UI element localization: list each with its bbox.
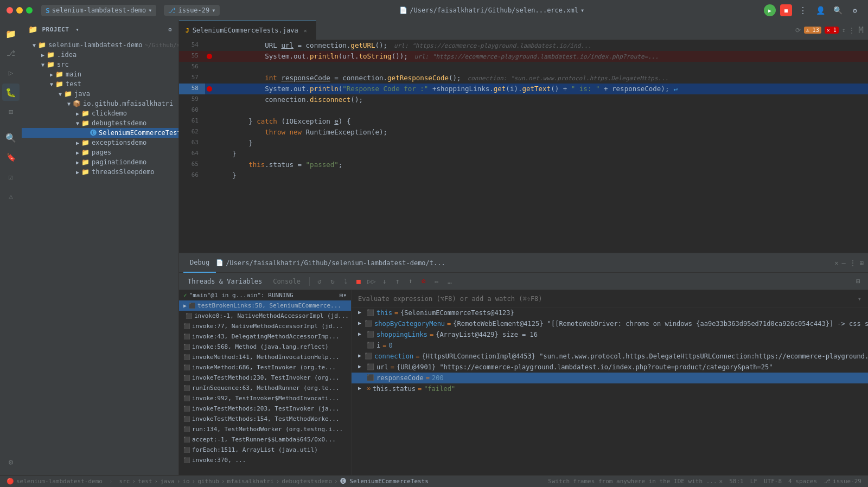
eval-input[interactable] [358, 295, 853, 303]
tree-item-io-github[interactable]: ▼ 📦 io.github.mfaisalkhatri [22, 99, 178, 108]
var-thisstatus[interactable]: ▶ ∞ this.status = "failed" [352, 383, 868, 394]
tree-item-src[interactable]: ▼ 📁 src [22, 60, 178, 69]
step-over-btn[interactable]: ⤵ [340, 276, 351, 287]
thread-frame-0[interactable]: ▶ ⬛ testBrokenLinks:58, SeleniumECommerc… [179, 300, 351, 311]
edit-btn[interactable]: ✏ [431, 276, 442, 287]
git-icon[interactable]: ⎇ [2, 44, 20, 62]
bp-marker-54[interactable] [205, 40, 214, 51]
minimize-button[interactable] [16, 7, 23, 14]
branch-selector[interactable]: ⎇ issue-29 ▾ [164, 5, 220, 16]
todo-icon[interactable]: ☑ [2, 168, 20, 185]
breadcrumb-test[interactable]: test [138, 478, 152, 485]
tree-item-exceptionsdemo[interactable]: ▶ 📁 exceptionsdemo [22, 138, 178, 148]
debug-tab-minimize[interactable]: — [842, 259, 846, 267]
folder-icon[interactable]: 📁 [2, 25, 20, 42]
bp-marker-63[interactable] [205, 138, 214, 149]
thread-frame-3[interactable]: ⬛ invoke:43, DelegatingMethodAccessorImp… [179, 331, 351, 342]
editor-icon[interactable]: M [858, 25, 864, 35]
bp-marker-55[interactable] [205, 51, 214, 62]
var-this[interactable]: ▶ ⬛ this = {SeleniumECommerceTests@4123} [352, 307, 868, 318]
var-shop[interactable]: ▶ ⬛ shopByCategoryMenu = {RemoteWebEleme… [352, 318, 868, 329]
code-editor[interactable]: 54 URL url = connection.getURL();url: "h… [179, 40, 868, 253]
status-project[interactable]: 🔴 selenium-lambdatest-demo [7, 478, 103, 485]
branch-status[interactable]: ⎇ issue-29 [824, 478, 861, 485]
thread-frame-5[interactable]: ⬛ invokeMethod:141, MethodInvocationHelp… [179, 352, 351, 362]
problems-icon[interactable]: ⚠ [2, 188, 20, 205]
tree-item-pages[interactable]: ▶ 📁 pages [22, 148, 178, 157]
tab-debug[interactable]: Debug [183, 253, 216, 273]
sidebar-settings-icon[interactable]: ⚙ [168, 26, 172, 33]
tab-selenium-file[interactable]: J SeleniumECommerceTests.java ✕ [179, 21, 316, 40]
thread-main[interactable]: ✓ "main"@1 in g...ain": RUNNING ⊟ ▾ [179, 290, 351, 300]
thread-dropdown-icon[interactable]: ▾ [343, 292, 347, 299]
settings-bottom-icon[interactable]: ⚙ [2, 453, 20, 471]
bp-marker-60[interactable] [205, 105, 214, 116]
sidebar-toggle-icon[interactable]: 📁 [28, 25, 38, 34]
step-up-btn[interactable]: ↑ [392, 276, 403, 287]
var-url[interactable]: ▶ ⬛ url = {URL@4901} "https://ecommerce-… [352, 362, 868, 373]
sidebar-dropdown-icon[interactable]: ▾ [75, 26, 79, 33]
tree-item-root[interactable]: ▼ 📁 selenium-lambdatest-demo ~/Github/se… [22, 40, 178, 50]
bp-marker-65[interactable] [205, 159, 214, 170]
eval-dropdown-icon[interactable]: ▾ [858, 295, 861, 303]
var-i[interactable]: ▶ ⬛ i = 0 [352, 340, 868, 351]
thread-frame-14[interactable]: ⬛ forEach:1511, ArrayList (java.util) [179, 445, 351, 455]
var-connection[interactable]: ▶ ⬛ connection = {HttpsURLConnectionImpl… [352, 351, 868, 362]
tree-item-test[interactable]: ▼ 📁 test [22, 79, 178, 89]
var-shoppinglinks[interactable]: ▶ ⬛ shoppingLinks = {ArrayList@4429} siz… [352, 329, 868, 340]
debug-tab-expand[interactable]: ⊞ [860, 259, 864, 267]
project-selector[interactable]: S selenium-lambdatest-demo ▾ [41, 5, 156, 16]
thread-frame-4[interactable]: ⬛ invoke:568, Method (java.lang.reflect) [179, 342, 351, 352]
settings-icon[interactable]: ⚙ [848, 4, 861, 17]
thread-frame-13[interactable]: ⬛ accept:-1, TestRunner$$Lambda$645/0x0.… [179, 434, 351, 445]
tree-item-threadsleepdemo[interactable]: ▶ 📁 threadsSleepdemo [22, 167, 178, 177]
breadcrumb-java[interactable]: java [160, 478, 175, 485]
eval-bar[interactable]: ▾ [352, 290, 868, 307]
structure-icon[interactable]: ⊞ [2, 103, 20, 120]
thread-frame-6[interactable]: ⬛ invokeMethod:686, TestInvoker (org.te.… [179, 362, 351, 373]
bp-marker-66[interactable] [205, 170, 214, 181]
step-out-btn[interactable]: ↓ [379, 276, 390, 287]
restart-btn[interactable]: ↺ [314, 276, 325, 287]
breadcrumb-file[interactable]: 🅒 SeleniumECommerceTests [340, 478, 429, 485]
tree-item-selenium-file[interactable]: ▶ 🅒 SeleniumECommerceTests [22, 128, 178, 138]
thread-frame-10[interactable]: ⬛ invokeTestMethods:203, TestInvoker (ja… [179, 403, 351, 414]
more-debug-btn[interactable]: … [444, 276, 455, 287]
breadcrumb-github[interactable]: github [197, 478, 219, 485]
layout-btn[interactable]: ⊞ [853, 276, 864, 287]
console-tab[interactable]: Console [269, 277, 305, 286]
resume-btn[interactable]: ↻ [327, 276, 338, 287]
bp-marker-61[interactable] [205, 116, 214, 127]
step-into-btn[interactable]: ▷▷ [366, 276, 377, 287]
bp-marker-56[interactable] [205, 62, 214, 73]
bookmarks-icon[interactable]: 🔖 [2, 149, 20, 166]
more-editor-icon[interactable]: ⋮ [848, 27, 855, 34]
thread-frame-12[interactable]: ⬛ run:134, TestMethodWorker (org.testng.… [179, 424, 351, 434]
thread-frame-9[interactable]: ⬛ invoke:992, TestInvoker$MethodInvocati… [179, 393, 351, 403]
maximize-button[interactable] [26, 7, 33, 14]
thread-frame-15[interactable]: ⬛ invoke:370, ... [179, 455, 351, 465]
close-button[interactable] [7, 7, 13, 14]
bp-marker-62[interactable] [205, 127, 214, 138]
stop-debug-btn[interactable]: ■ [353, 276, 364, 287]
bp-marker-59[interactable] [205, 94, 214, 105]
tree-item-clickdemo[interactable]: ▶ 📁 clickdemo [22, 108, 178, 118]
tree-item-debugtestsdemo[interactable]: ▼ 📁 debugtestsdemo [22, 118, 178, 128]
breadcrumb-mfaisalkhatri[interactable]: mfaisalkhatri [227, 478, 274, 485]
tab-close-button[interactable]: ✕ [302, 27, 309, 34]
debug-tab-close[interactable]: ✕ [834, 259, 838, 267]
expand-icon[interactable]: ↕ [842, 27, 846, 34]
threads-variables-tab[interactable]: Threads & Variables [183, 277, 266, 286]
user-icon[interactable]: 👤 [814, 4, 827, 17]
tree-item-main[interactable]: ▶ 📁 main [22, 69, 178, 79]
breadcrumb-src[interactable]: src [119, 478, 130, 485]
cursor-position[interactable]: 58:1 [729, 478, 744, 485]
tree-item-paginationdemo[interactable]: ▶ 📁 paginationdemo [22, 157, 178, 167]
bp-marker-64[interactable] [205, 149, 214, 159]
run-button[interactable]: ▶ [764, 4, 776, 16]
tree-item-idea[interactable]: ▶ 📁 .idea [22, 50, 178, 60]
breadcrumb-debugtestsdemo[interactable]: debugtestsdemo [282, 478, 332, 485]
breadcrumb-io[interactable]: io [182, 478, 189, 485]
run-debug-icon[interactable]: ▷ [2, 64, 20, 81]
thread-frame-8[interactable]: ⬛ runInSequence:63, MethodRunner (org.te… [179, 383, 351, 393]
